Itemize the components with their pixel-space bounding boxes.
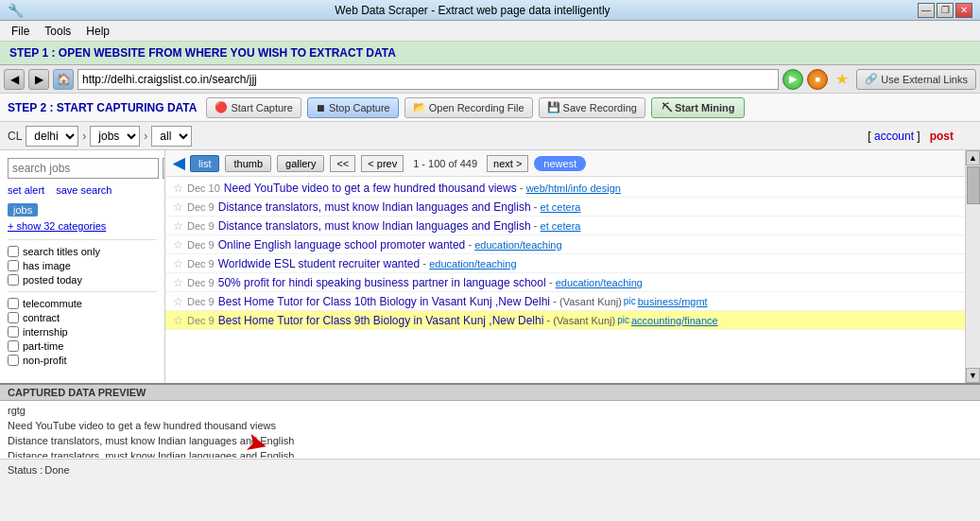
start-mining-button[interactable]: ⛏ Start Mining: [651, 97, 746, 118]
filter-checkbox-5[interactable]: [8, 326, 19, 338]
listing-category[interactable]: web/html/info design: [526, 182, 621, 194]
favorite-icon[interactable]: ☆: [173, 295, 183, 308]
stop-button[interactable]: ■: [807, 69, 828, 90]
listing-title[interactable]: Worldwide ESL student recruiter wanted: [218, 257, 420, 270]
favorite-icon[interactable]: ☆: [173, 257, 183, 270]
menu-tools[interactable]: Tools: [37, 23, 78, 40]
view-thumb-button[interactable]: thumb: [225, 155, 271, 172]
view-list-button[interactable]: list: [190, 155, 219, 172]
filter-checkbox-6[interactable]: [8, 340, 19, 352]
save-search-link[interactable]: save search: [56, 184, 112, 196]
site-label: CL: [8, 130, 22, 143]
listing-title[interactable]: Best Home Tutor for Class 9th Biology in…: [218, 314, 544, 327]
listing-category[interactable]: et cetera: [541, 220, 581, 232]
home-button[interactable]: 🏠: [53, 69, 74, 90]
nav-next-button[interactable]: next >: [487, 155, 528, 172]
stop-icon: ⏹: [316, 102, 326, 113]
menu-bar: File Tools Help: [0, 21, 980, 42]
search-input[interactable]: [8, 158, 159, 179]
listing-date: Dec 9: [187, 201, 215, 213]
listing-title[interactable]: Need YouTube video to get a few hundred …: [224, 182, 517, 195]
location-select[interactable]: delhi: [26, 126, 78, 147]
filter-checkbox-3[interactable]: [8, 298, 19, 309]
scroll-thumb[interactable]: [967, 166, 980, 204]
listing-row: ☆Dec 9Distance translators, must know In…: [165, 198, 965, 217]
listing-title[interactable]: Best Home Tutor for Class 10th Biology i…: [218, 295, 550, 308]
listing-date: Dec 10: [187, 182, 220, 194]
step2-label: STEP 2 : START CAPTURING DATA: [8, 101, 197, 114]
window-title: Web Data Scraper - Extract web page data…: [27, 4, 918, 17]
open-recording-button[interactable]: 📂 Open Recording File: [404, 97, 533, 118]
filter-checkbox-1[interactable]: [8, 260, 19, 271]
restore-button[interactable]: ❐: [937, 3, 954, 18]
favorite-icon[interactable]: ☆: [173, 314, 183, 327]
filter-item: part-time: [8, 340, 157, 352]
forward-button[interactable]: ▶: [28, 69, 49, 90]
favorite-icon[interactable]: ☆: [173, 200, 183, 214]
pic-label[interactable]: pic: [624, 296, 636, 306]
back-button[interactable]: ◀: [4, 69, 25, 90]
menu-file[interactable]: File: [4, 23, 37, 40]
listing-category[interactable]: business/mgmt: [638, 296, 708, 307]
filter-label-2: posted today: [23, 274, 82, 286]
account-post-links: [ account ] post: [868, 130, 954, 143]
nav-first-button[interactable]: <<: [330, 155, 355, 172]
favorite-icon[interactable]: ☆: [173, 219, 183, 233]
go-button[interactable]: ▶: [782, 69, 803, 90]
back-arrow[interactable]: ◀: [173, 154, 184, 172]
listing-title[interactable]: Online English language school promoter …: [218, 238, 466, 252]
filter-item: posted today: [8, 274, 157, 286]
listing-category[interactable]: education/teaching: [429, 258, 516, 269]
scroll-up-button[interactable]: ▲: [966, 150, 980, 165]
account-link[interactable]: account: [874, 130, 914, 143]
favorite-icon[interactable]: ☆: [173, 276, 183, 289]
category2-select[interactable]: all: [151, 126, 192, 147]
listing-category[interactable]: et cetera: [541, 201, 581, 213]
listing-separator: -: [553, 295, 557, 308]
listing-row: ☆Dec 950% profit for hindi speaking busi…: [165, 273, 965, 292]
nav-prev-button[interactable]: < prev: [361, 155, 404, 172]
start-capture-button[interactable]: 🔴 Start Capture: [206, 97, 301, 118]
filter-item: search titles only: [8, 246, 157, 257]
category1-select[interactable]: jobs: [90, 126, 140, 147]
show-categories-link[interactable]: + show 32 categories: [8, 220, 157, 232]
left-sidebar: 🔍 set alert save search jobs + show 32 c…: [0, 150, 165, 383]
listing-title[interactable]: Distance translators, must know Indian l…: [218, 219, 531, 233]
close-button[interactable]: ✕: [955, 3, 972, 18]
filter-checkbox-2[interactable]: [8, 274, 19, 286]
filter-checkbox-7[interactable]: [8, 355, 19, 366]
post-link[interactable]: post: [930, 130, 954, 143]
listing-date: Dec 9: [187, 258, 215, 269]
listing-separator: -: [468, 238, 472, 252]
listing-category[interactable]: education/teaching: [556, 277, 643, 288]
scroll-down-button[interactable]: ▼: [966, 368, 980, 383]
save-recording-button[interactable]: 💾 Save Recording: [539, 97, 645, 118]
listing-title[interactable]: 50% profit for hindi speaking business p…: [218, 276, 546, 289]
external-links-button[interactable]: 🔗 Use External Links: [856, 69, 976, 90]
listing-category[interactable]: accounting/finance: [631, 315, 718, 326]
step1-banner: STEP 1 : OPEN WEBSITE FROM WHERE YOU WIS…: [0, 42, 980, 65]
newest-button[interactable]: newest: [534, 156, 586, 171]
pic-label[interactable]: pic: [617, 315, 629, 325]
filter-checkbox-0[interactable]: [8, 246, 19, 257]
favorite-icon[interactable]: ☆: [173, 238, 183, 252]
minimize-button[interactable]: —: [918, 3, 935, 18]
listing-title[interactable]: Distance translators, must know Indian l…: [218, 200, 531, 214]
favorite-star[interactable]: ★: [832, 69, 852, 90]
listing-row: ☆Dec 9Distance translators, must know In…: [165, 217, 965, 235]
view-gallery-button[interactable]: gallery: [277, 155, 324, 172]
capture-icon: 🔴: [215, 101, 228, 113]
listing-date: Dec 9: [187, 296, 215, 307]
filter-checkbox-4[interactable]: [8, 312, 19, 323]
content-area: ◀ list thumb gallery << < prev 1 - 100 o…: [165, 150, 965, 383]
address-input[interactable]: [77, 69, 779, 90]
favorite-icon[interactable]: ☆: [173, 182, 183, 195]
listing-category[interactable]: education/teaching: [474, 239, 561, 251]
captured-line: Distance translators, must know Indian l…: [8, 448, 972, 458]
filters-container: search titles onlyhas imageposted todayt…: [8, 246, 157, 366]
menu-help[interactable]: Help: [78, 23, 117, 40]
stop-capture-button[interactable]: ⏹ Stop Capture: [307, 97, 399, 118]
listing-separator: -: [549, 276, 553, 289]
set-alert-link[interactable]: set alert: [8, 184, 44, 196]
filter-label-4: contract: [23, 312, 60, 323]
